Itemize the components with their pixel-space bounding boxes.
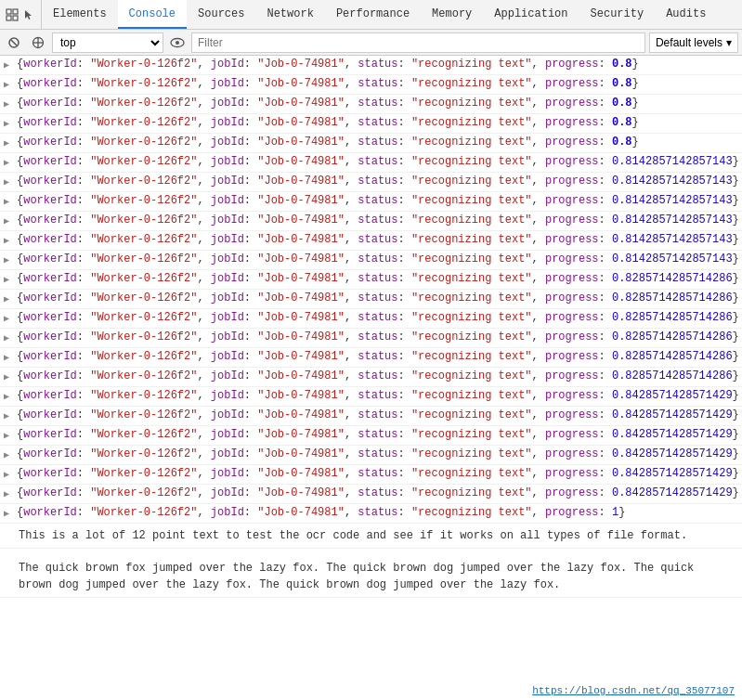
log-content: {workerId: "Worker-0-126f2", jobId: "Job… [17,291,742,305]
expand-arrow[interactable]: ▶ [4,447,17,463]
log-row: ▶{workerId: "Worker-0-126f2", jobId: "Jo… [0,231,742,251]
expand-arrow[interactable]: ▶ [4,388,17,405]
log-content: {workerId: "Worker-0-126f2", jobId: "Job… [17,310,742,325]
console-toolbar: top Default levels ▾ [0,30,742,56]
log-content: {workerId: "Worker-0-126f2", jobId: "Job… [17,447,742,461]
text-block-2: The quick brown fox jumped over the lazy… [0,556,742,598]
tab-console[interactable]: Console [118,0,187,29]
inspect-icon[interactable] [6,8,19,21]
expand-arrow[interactable]: ▶ [4,57,17,73]
cursor-icon[interactable] [22,8,35,21]
expand-arrow[interactable]: ▶ [4,76,17,93]
expand-arrow[interactable]: ▶ [4,466,17,483]
log-row: ▶{workerId: "Worker-0-126f2", jobId: "Jo… [0,192,742,212]
log-row: ▶{workerId: "Worker-0-126f2", jobId: "Jo… [0,114,742,134]
expand-arrow[interactable]: ▶ [4,213,17,229]
log-row: ▶{workerId: "Worker-0-126f2", jobId: "Jo… [0,465,742,485]
expand-arrow[interactable]: ▶ [4,369,17,385]
log-content: {workerId: "Worker-0-126f2", jobId: "Job… [17,427,742,442]
log-content: {workerId: "Worker-0-126f2", jobId: "Job… [17,213,742,227]
tab-icon-group [0,0,42,29]
log-row: ▶{workerId: "Worker-0-126f2", jobId: "Jo… [0,56,742,75]
svg-rect-2 [7,16,11,20]
log-row: ▶{workerId: "Worker-0-126f2", jobId: "Jo… [0,407,742,426]
log-content: {workerId: "Worker-0-126f2", jobId: "Job… [17,115,742,130]
log-content: {workerId: "Worker-0-126f2", jobId: "Job… [17,232,742,247]
log-row: ▶{workerId: "Worker-0-126f2", jobId: "Jo… [0,426,742,446]
log-row: ▶{workerId: "Worker-0-126f2", jobId: "Jo… [0,504,742,524]
log-content: {workerId: "Worker-0-126f2", jobId: "Job… [17,388,742,403]
tab-security[interactable]: Security [579,0,656,29]
log-row: ▶{workerId: "Worker-0-126f2", jobId: "Jo… [0,251,742,270]
expand-arrow[interactable]: ▶ [4,232,17,249]
log-content: {workerId: "Worker-0-126f2", jobId: "Job… [17,174,742,188]
svg-rect-0 [7,9,11,14]
log-row: ▶{workerId: "Worker-0-126f2", jobId: "Jo… [0,329,742,348]
log-row: ▶{workerId: "Worker-0-126f2", jobId: "Jo… [0,212,742,231]
log-row: ▶{workerId: "Worker-0-126f2", jobId: "Jo… [0,153,742,173]
context-selector[interactable]: top [52,32,163,53]
tab-memory[interactable]: Memory [421,0,483,29]
devtools-tabbar: Elements Console Sources Network Perform… [0,0,742,30]
log-content: {workerId: "Worker-0-126f2", jobId: "Job… [17,330,742,344]
log-row: ▶{workerId: "Worker-0-126f2", jobId: "Jo… [0,387,742,407]
log-row: ▶{workerId: "Worker-0-126f2", jobId: "Jo… [0,290,742,309]
watermark-link[interactable]: https://blog.csdn.net/qq_35077107 [532,685,735,696]
expand-arrow[interactable]: ▶ [4,486,17,502]
svg-point-10 [176,41,179,45]
expand-arrow[interactable]: ▶ [4,193,17,210]
log-content: {workerId: "Worker-0-126f2", jobId: "Job… [17,466,742,481]
log-row: ▶{workerId: "Worker-0-126f2", jobId: "Jo… [0,134,742,153]
log-row: ▶{workerId: "Worker-0-126f2", jobId: "Jo… [0,309,742,329]
log-row: ▶{workerId: "Worker-0-126f2", jobId: "Jo… [0,485,742,504]
console-output: ▶{workerId: "Worker-0-126f2", jobId: "Jo… [0,56,742,700]
log-content: {workerId: "Worker-0-126f2", jobId: "Job… [17,252,742,266]
expand-arrow[interactable]: ▶ [4,291,17,307]
log-row: ▶{workerId: "Worker-0-126f2", jobId: "Jo… [0,270,742,290]
tab-performance[interactable]: Performance [325,0,421,29]
expand-arrow[interactable]: ▶ [4,310,17,327]
log-row: ▶{workerId: "Worker-0-126f2", jobId: "Jo… [0,75,742,95]
filter-input[interactable] [191,32,645,53]
eye-button[interactable] [167,32,188,53]
filter-toggle-button[interactable] [28,32,48,53]
tab-application[interactable]: Application [483,0,579,29]
expand-arrow[interactable]: ▶ [4,252,17,268]
expand-arrow[interactable]: ▶ [4,115,17,132]
log-content: {workerId: "Worker-0-126f2", jobId: "Job… [17,96,742,110]
svg-rect-1 [13,9,18,14]
log-row: ▶{workerId: "Worker-0-126f2", jobId: "Jo… [0,173,742,192]
text-block-1: This is a lot of 12 point text to test t… [0,524,742,549]
log-content: {workerId: "Worker-0-126f2", jobId: "Job… [17,57,742,71]
log-content: {workerId: "Worker-0-126f2", jobId: "Job… [17,349,742,364]
expand-arrow[interactable]: ▶ [4,505,17,522]
expand-arrow[interactable]: ▶ [4,271,17,288]
log-content: {workerId: "Worker-0-126f2", jobId: "Job… [17,486,742,500]
tab-network[interactable]: Network [255,0,324,29]
log-content: {workerId: "Worker-0-126f2", jobId: "Job… [17,408,742,422]
expand-arrow[interactable]: ▶ [4,427,17,444]
expand-arrow[interactable]: ▶ [4,135,17,151]
default-levels-button[interactable]: Default levels ▾ [649,32,738,53]
clear-console-button[interactable] [4,32,24,53]
expand-arrow[interactable]: ▶ [4,349,17,366]
log-content: {workerId: "Worker-0-126f2", jobId: "Job… [17,76,742,91]
expand-arrow[interactable]: ▶ [4,408,17,424]
svg-rect-3 [13,16,18,20]
expand-arrow[interactable]: ▶ [4,154,17,171]
expand-arrow[interactable]: ▶ [4,174,17,190]
log-content: {workerId: "Worker-0-126f2", jobId: "Job… [17,193,742,208]
log-content: {workerId: "Worker-0-126f2", jobId: "Job… [17,369,742,383]
expand-arrow[interactable]: ▶ [4,330,17,346]
tab-sources[interactable]: Sources [187,0,255,29]
log-row: ▶{workerId: "Worker-0-126f2", jobId: "Jo… [0,348,742,368]
tab-elements[interactable]: Elements [42,0,118,29]
log-content: {workerId: "Worker-0-126f2", jobId: "Job… [17,154,742,169]
log-row: ▶{workerId: "Worker-0-126f2", jobId: "Jo… [0,446,742,465]
tab-audits[interactable]: Audits [655,0,717,29]
svg-line-5 [11,40,17,45]
log-content: {workerId: "Worker-0-126f2", jobId: "Job… [17,271,742,286]
log-row: ▶{workerId: "Worker-0-126f2", jobId: "Jo… [0,95,742,114]
log-content: {workerId: "Worker-0-126f2", jobId: "Job… [17,135,742,149]
expand-arrow[interactable]: ▶ [4,96,17,112]
